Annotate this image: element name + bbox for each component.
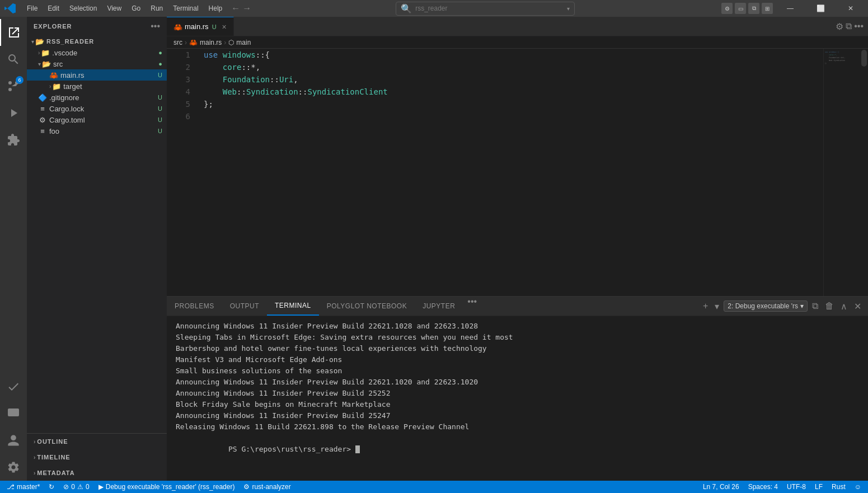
metadata-section-header[interactable]: › METADATA <box>27 467 167 478</box>
nav-forward[interactable]: → <box>242 3 251 13</box>
tab-close-button[interactable]: × <box>222 22 227 31</box>
folder-open-icon: 📂 <box>42 59 51 68</box>
tree-item-gitignore[interactable]: 🔷 .gitignore U <box>27 92 167 103</box>
tree-item-target[interactable]: › 📁 target <box>27 81 167 92</box>
search-input[interactable] <box>415 4 550 12</box>
tree-item-main-rs[interactable]: 🦀 main.rs U <box>27 69 167 81</box>
status-encoding[interactable]: UTF-8 <box>785 483 808 491</box>
status-language[interactable]: Rust <box>829 483 848 491</box>
activity-account[interactable] <box>0 427 27 454</box>
breadcrumb-symbol[interactable]: ⬡ main <box>228 39 251 46</box>
status-errors[interactable]: ⊘ 0 ⚠ 0 <box>61 483 91 491</box>
menu-bar: File Edit Selection View Go Run Terminal… <box>22 2 227 15</box>
split-editor-btn[interactable]: ⧉ <box>748 3 759 14</box>
tree-root-label: RSS_READER <box>46 38 167 45</box>
timeline-section-header[interactable]: › TIMELINE <box>27 452 167 463</box>
status-line-col[interactable]: Ln 7, Col 26 <box>701 483 742 491</box>
trash-icon[interactable]: 🗑 <box>823 300 836 312</box>
sidebar-more-button[interactable]: ••• <box>151 21 160 31</box>
debug-icon: ▶ <box>98 483 104 491</box>
menu-terminal[interactable]: Terminal <box>168 2 203 15</box>
code-editor[interactable]: 1 2 3 4 5 6 use windows::{ core::*, Foun… <box>167 49 868 296</box>
close-button[interactable]: ✕ <box>838 0 864 17</box>
tab-output[interactable]: OUTPUT <box>222 297 267 316</box>
status-sync[interactable]: ↻ <box>46 483 57 491</box>
breadcrumb-file[interactable]: 🦀 main.rs <box>189 39 222 46</box>
error-icon: ⊘ <box>63 483 69 491</box>
chevron-right-icon: › <box>34 470 36 476</box>
terminal-selector[interactable]: 2: Debug executable 'rs ▾ <box>724 301 808 312</box>
git-branch-icon: ⎇ <box>7 483 15 491</box>
split-editor-icon[interactable]: ⧉ <box>846 21 852 31</box>
language-text: Rust <box>832 483 846 491</box>
tree-item-label: foo <box>49 127 158 135</box>
status-feedback[interactable]: ☺ <box>852 483 864 491</box>
status-debug[interactable]: ▶ Debug executable 'rss_reader' (rss_rea… <box>96 483 237 491</box>
menu-selection[interactable]: Selection <box>65 2 101 15</box>
tree-item-foo[interactable]: ≡ foo U <box>27 125 167 137</box>
menu-file[interactable]: File <box>22 2 42 15</box>
activity-remote[interactable] <box>0 400 27 427</box>
menu-edit[interactable]: Edit <box>43 2 64 15</box>
source-control-icon[interactable]: ⚙ <box>836 21 843 32</box>
editor-tab-main-rs[interactable]: 🦀 main.rs U × <box>167 17 234 36</box>
status-spaces[interactable]: Spaces: 4 <box>746 483 780 491</box>
tab-jupyter[interactable]: JUPYTER <box>415 297 463 316</box>
terminal-line-6: Announcing Windows 11 Insider Preview Bu… <box>176 377 859 388</box>
terminal-output[interactable]: Announcing Windows 11 Insider Preview Bu… <box>167 316 868 481</box>
tab-terminal[interactable]: TERMINAL <box>267 297 319 316</box>
rust-file-icon: 🦀 <box>49 71 58 79</box>
activity-extensions[interactable] <box>0 126 27 153</box>
editor-area: 🦀 main.rs U × ⚙ ⧉ ••• src › 🦀 main.rs › … <box>167 17 868 481</box>
maximize-button[interactable]: ⬜ <box>808 0 833 17</box>
menu-run[interactable]: Run <box>146 2 167 15</box>
minimize-button[interactable]: — <box>777 0 803 17</box>
menu-go[interactable]: Go <box>127 2 145 15</box>
activity-search[interactable] <box>0 46 27 73</box>
status-line-ending[interactable]: LF <box>813 483 825 491</box>
activity-source-control[interactable]: 6 <box>0 73 27 100</box>
status-rust-analyzer[interactable]: ⚙ rust-analyzer <box>241 483 293 491</box>
status-branch[interactable]: ⎇ master* <box>4 483 42 491</box>
panel-more-icon[interactable]: ••• <box>463 297 481 316</box>
tree-item-cargo-toml[interactable]: ⚙ Cargo.toml U <box>27 114 167 125</box>
activity-test[interactable] <box>0 373 27 400</box>
chevron-up-icon[interactable]: ∧ <box>838 300 850 313</box>
encoding-text: UTF-8 <box>787 483 806 491</box>
code-content[interactable]: use windows::{ core::*, Foundation::Uri,… <box>195 49 823 296</box>
activity-settings[interactable] <box>0 454 27 481</box>
code-line-1: use windows::{ <box>204 49 814 61</box>
new-terminal-icon[interactable]: + <box>701 300 710 312</box>
activity-run-debug[interactable] <box>0 100 27 126</box>
tab-problems[interactable]: PROBLEMS <box>167 297 222 316</box>
branch-name: master* <box>17 483 40 491</box>
close-panel-icon[interactable]: ✕ <box>852 300 864 313</box>
tree-item-cargo-lock[interactable]: ≡ Cargo.lock U <box>27 103 167 114</box>
menu-view[interactable]: View <box>102 2 126 15</box>
menu-help[interactable]: Help <box>204 2 227 15</box>
activity-explorer[interactable] <box>0 19 27 46</box>
chevron-down-icon[interactable]: ▾ <box>712 300 721 313</box>
split-terminal-icon[interactable]: ⧉ <box>810 300 820 312</box>
breadcrumb-src[interactable]: src <box>173 39 182 46</box>
terminal-prompt-line: PS G:\repos\rust\rss_reader> <box>176 433 859 466</box>
tab-label: main.rs <box>185 22 209 31</box>
outline-section-header[interactable]: › OUTLINE <box>27 436 167 447</box>
tree-item-label: Cargo.toml <box>49 116 158 124</box>
tree-root-item[interactable]: ▾ 📂 RSS_READER <box>27 36 167 47</box>
tab-polyglot[interactable]: POLYGLOT NOTEBOOK <box>319 297 415 316</box>
panel-tab-bar: PROBLEMS OUTPUT TERMINAL POLYGLOT NOTEBO… <box>167 297 868 316</box>
customize-layout-btn[interactable]: ⊞ <box>762 3 773 14</box>
more-actions-icon[interactable]: ••• <box>854 21 864 31</box>
tree-item-vscode[interactable]: › 📁 .vscode ● <box>27 47 167 58</box>
tab-untracked-badge: U <box>212 24 217 30</box>
debug-label: Debug executable 'rss_reader' (rss_reade… <box>106 483 235 491</box>
chevron-down-icon[interactable]: ▾ <box>567 6 570 12</box>
panel-layout-btn[interactable]: ▭ <box>735 3 746 14</box>
panel-controls: + ▾ 2: Debug executable 'rs ▾ ⧉ 🗑 ∧ ✕ <box>696 297 868 316</box>
tree-item-src[interactable]: ▾ 📂 src ● <box>27 58 167 69</box>
global-search[interactable]: 🔍 ▾ <box>396 2 575 16</box>
nav-back[interactable]: ← <box>231 3 240 13</box>
tree-item-label: target <box>63 82 167 91</box>
layout-toggle-btn[interactable]: ⚙ <box>721 3 733 14</box>
